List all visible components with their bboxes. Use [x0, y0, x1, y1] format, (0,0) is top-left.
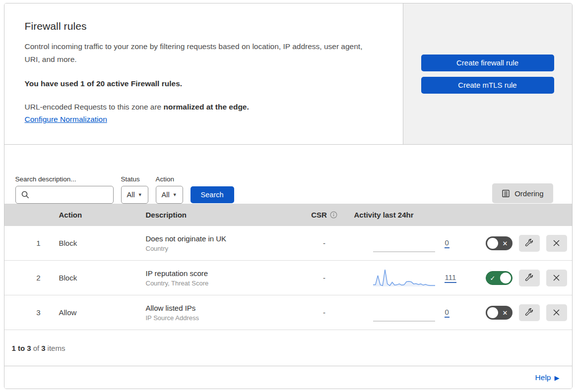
rule-fields: Country — [146, 245, 295, 252]
wrench-icon — [525, 308, 533, 317]
rule-title: Allow listed IPs — [146, 304, 295, 312]
action-filter-group: Action All ▼ — [156, 175, 183, 204]
of-text: of — [33, 344, 40, 352]
rule-fields: Country, Threat Score — [146, 280, 295, 287]
cross-icon: ✕ — [503, 309, 508, 316]
check-icon: ✓ — [490, 275, 496, 281]
close-icon — [553, 239, 560, 247]
list-document-icon — [502, 189, 510, 198]
status-select[interactable]: All ▼ — [121, 186, 148, 204]
enable-toggle[interactable]: ✓ ✕ — [486, 271, 512, 285]
rule-action: Block — [49, 239, 146, 247]
rule-csr-value: - — [295, 274, 354, 282]
cross-icon: ✕ — [503, 240, 508, 246]
items-total: 3 — [41, 344, 45, 352]
close-icon — [553, 309, 560, 316]
pagination-summary: 1 to 3 of 3 items — [4, 330, 572, 366]
table-row: 1 Block Does not originate in UK Country… — [4, 226, 572, 261]
rule-title: IP reputation score — [146, 269, 295, 278]
status-label: Status — [121, 175, 148, 183]
table-row: 3 Allow Allow listed IPs IP Source Addre… — [4, 295, 572, 330]
delete-rule-button[interactable] — [546, 304, 567, 321]
close-icon — [553, 274, 560, 281]
delete-rule-button[interactable] — [546, 235, 567, 252]
rule-csr-value: - — [295, 308, 354, 317]
header-activity: Activity last 24hr — [354, 211, 481, 219]
filter-bar: Search description... Status All ▼ Actio… — [4, 145, 572, 204]
search-icon — [21, 190, 30, 199]
rule-title: Does not originate in UK — [146, 234, 295, 243]
normalization-text: URL-encoded Requests to this zone are no… — [25, 103, 379, 112]
info-icon[interactable] — [330, 211, 337, 219]
rule-controls: ✓ ✕ — [481, 304, 572, 321]
help-link[interactable]: Help ▶ — [535, 373, 560, 382]
normalization-bold: normalized at the edge. — [164, 103, 249, 111]
chevron-down-icon: ▼ — [138, 193, 142, 197]
toggle-knob — [487, 238, 498, 249]
action-label: Action — [156, 175, 183, 183]
rule-priority: 1 — [4, 239, 49, 247]
rule-priority: 3 — [4, 308, 49, 317]
status-select-value: All — [127, 191, 135, 199]
enable-toggle[interactable]: ✓ ✕ — [486, 306, 512, 320]
configure-normalization-link[interactable]: Configure Normalization — [25, 115, 107, 123]
rule-description: Allow listed IPs IP Source Address — [146, 304, 295, 322]
wrench-icon — [525, 274, 533, 282]
status-filter-group: Status All ▼ — [121, 175, 148, 204]
edit-rule-button[interactable] — [519, 270, 540, 286]
activity-sparkline — [373, 302, 435, 324]
page-title: Firewall rules — [25, 20, 379, 32]
toggle-knob — [487, 307, 498, 318]
rule-description: Does not originate in UK Country — [146, 234, 295, 252]
ordering-button[interactable]: Ordering — [492, 183, 553, 203]
activity-count-link[interactable]: 0 — [445, 308, 449, 318]
help-link-label: Help — [535, 373, 551, 382]
activity-sparkline — [373, 232, 435, 254]
search-button[interactable]: Search — [191, 186, 234, 203]
rule-controls: ✓ ✕ — [481, 235, 572, 252]
page-description: Control incoming traffic to your zone by… — [25, 40, 379, 66]
firewall-rules-panel: Firewall rules Control incoming traffic … — [4, 3, 573, 389]
rule-controls: ✓ ✕ — [481, 270, 572, 286]
rule-activity: 0 — [354, 232, 481, 254]
rule-description: IP reputation score Country, Threat Scor… — [146, 269, 295, 287]
enable-toggle[interactable]: ✓ ✕ — [486, 236, 512, 250]
header-action: Action — [49, 211, 146, 219]
action-select-value: All — [162, 191, 170, 199]
edit-rule-button[interactable] — [519, 304, 540, 321]
rule-fields: IP Source Address — [146, 314, 295, 322]
rule-activity: 0 — [354, 302, 481, 324]
ordering-button-label: Ordering — [514, 189, 543, 198]
header-section: Firewall rules Control incoming traffic … — [4, 3, 572, 145]
edit-rule-button[interactable] — [519, 235, 540, 252]
search-group: Search description... — [15, 175, 114, 204]
items-text: items — [48, 344, 65, 352]
search-input[interactable] — [15, 186, 114, 204]
table-header: Action Description CSR Activity last 24h… — [4, 204, 572, 226]
chevron-down-icon: ▼ — [173, 193, 177, 197]
rule-priority: 2 — [4, 274, 49, 282]
help-bar: Help ▶ — [4, 366, 572, 389]
header-text-block: Firewall rules Control incoming traffic … — [4, 3, 403, 144]
activity-sparkline — [373, 267, 435, 289]
normalization-prefix: URL-encoded Requests to this zone are — [25, 103, 164, 111]
header-csr-label: CSR — [311, 211, 327, 219]
activity-count-link[interactable]: 0 — [445, 238, 449, 248]
toggle-knob — [500, 273, 511, 283]
create-mtls-rule-button[interactable]: Create mTLS rule — [421, 77, 554, 94]
rule-activity: 111 — [354, 267, 481, 289]
items-range: 1 to 3 — [12, 344, 31, 352]
activity-count-link[interactable]: 111 — [445, 273, 457, 283]
rule-csr-value: - — [295, 239, 354, 247]
arrow-right-icon: ▶ — [555, 374, 560, 382]
wrench-icon — [525, 239, 533, 247]
header-csr: CSR — [311, 211, 337, 219]
create-firewall-rule-button[interactable]: Create firewall rule — [421, 55, 554, 71]
table-row: 2 Block IP reputation score Country, Thr… — [4, 261, 572, 295]
usage-summary: You have used 1 of 20 active Firewall ru… — [25, 79, 379, 88]
header-description: Description — [146, 211, 295, 219]
action-select[interactable]: All ▼ — [156, 186, 183, 204]
search-label: Search description... — [15, 175, 114, 183]
rule-action: Allow — [49, 308, 146, 317]
delete-rule-button[interactable] — [546, 270, 567, 286]
